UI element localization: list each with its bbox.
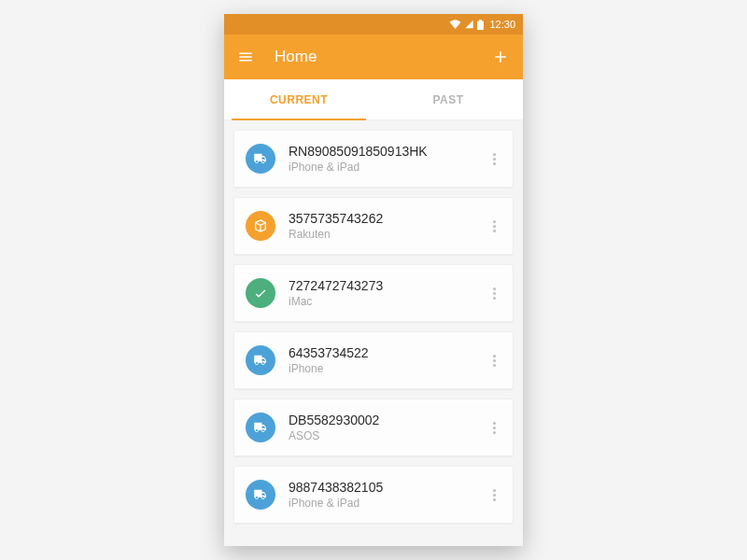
truck-icon: [246, 413, 275, 442]
package-info: 3575735743262Rakuten: [289, 211, 481, 241]
check-icon: [246, 278, 275, 308]
tab-label: CURRENT: [270, 93, 328, 106]
signal-icon: [464, 20, 474, 29]
more-icon[interactable]: [481, 422, 507, 434]
more-icon[interactable]: [481, 355, 507, 367]
box-icon: [246, 211, 275, 241]
package-card[interactable]: RN89085091850913HKiPhone & iPad: [233, 130, 514, 188]
app-bar: Home: [224, 35, 523, 79]
add-icon[interactable]: [491, 48, 510, 66]
package-description: ASOS: [289, 429, 481, 442]
package-card[interactable]: 9887438382105iPhone & iPad: [233, 466, 514, 524]
package-card[interactable]: 7272472743273iMac: [233, 264, 514, 322]
truck-icon: [246, 345, 275, 375]
tab-label: PAST: [432, 93, 463, 106]
package-info: 7272472743273iMac: [289, 278, 481, 308]
package-description: iPhone & iPad: [289, 497, 481, 510]
battery-icon: [477, 20, 484, 30]
wifi-icon: [449, 20, 461, 29]
status-time: 12:30: [489, 19, 515, 30]
phone-frame: 12:30 Home CURRENT PAST RN89085091850913…: [224, 14, 523, 546]
package-description: iPhone: [289, 362, 481, 375]
tracking-number: 3575735743262: [289, 211, 481, 226]
more-icon[interactable]: [481, 287, 507, 300]
package-card[interactable]: DB5582930002ASOS: [233, 399, 514, 456]
tracking-number: 64353734522: [289, 345, 481, 360]
package-list[interactable]: RN89085091850913HKiPhone & iPad357573574…: [224, 120, 523, 546]
more-icon[interactable]: [481, 220, 507, 232]
package-description: iMac: [289, 295, 481, 308]
truck-icon: [246, 480, 275, 510]
status-bar: 12:30: [224, 14, 523, 35]
tab-past[interactable]: PAST: [374, 79, 523, 119]
more-icon[interactable]: [481, 153, 507, 165]
package-card[interactable]: 3575735743262Rakuten: [233, 197, 514, 255]
tab-current[interactable]: CURRENT: [224, 79, 374, 119]
tracking-number: RN89085091850913HK: [289, 144, 481, 159]
package-description: iPhone & iPad: [289, 161, 481, 174]
package-description: Rakuten: [289, 228, 481, 241]
tracking-number: DB5582930002: [289, 413, 481, 427]
package-info: 9887438382105iPhone & iPad: [289, 480, 481, 510]
page-title: Home: [275, 48, 491, 66]
package-info: 64353734522iPhone: [289, 345, 481, 375]
package-info: RN89085091850913HKiPhone & iPad: [289, 144, 481, 174]
more-icon[interactable]: [481, 489, 507, 501]
tracking-number: 7272472743273: [289, 278, 481, 293]
package-card[interactable]: 64353734522iPhone: [233, 331, 514, 389]
menu-icon[interactable]: [237, 49, 254, 65]
truck-icon: [246, 144, 275, 174]
package-info: DB5582930002ASOS: [289, 413, 481, 442]
tracking-number: 9887438382105: [289, 480, 481, 495]
tab-bar: CURRENT PAST: [224, 79, 523, 120]
